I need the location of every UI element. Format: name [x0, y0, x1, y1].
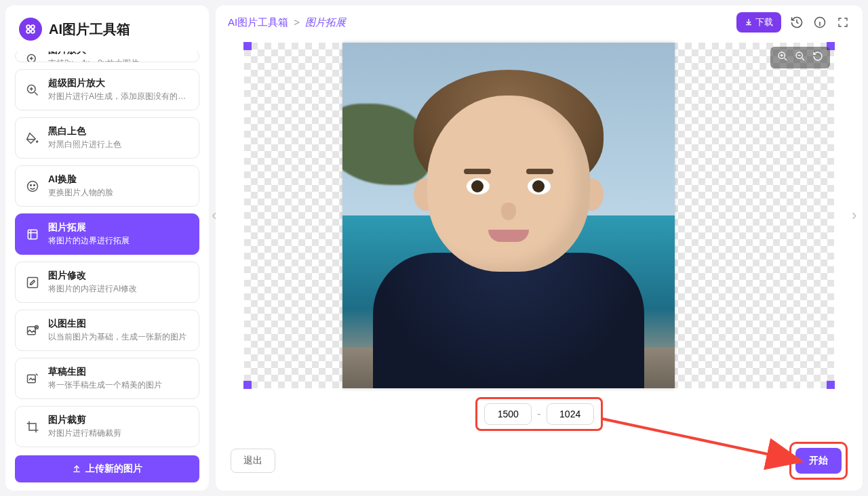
zoom-out-icon[interactable]	[795, 51, 806, 64]
canvas-area: ‹	[216, 39, 863, 392]
tool-desc: 将图片的边界进行拓展	[48, 235, 130, 247]
main-panel: AI图片工具箱 > 图片拓展 下载	[216, 5, 863, 491]
image-preview[interactable]	[342, 43, 675, 388]
height-input[interactable]	[547, 403, 594, 425]
width-input[interactable]	[484, 403, 532, 425]
reset-icon[interactable]	[812, 51, 823, 64]
tool-title: 以图生图	[48, 318, 186, 330]
exit-button[interactable]: 退出	[231, 449, 275, 473]
svg-point-2	[26, 30, 30, 33]
start-button-annotation: 开始	[789, 442, 848, 480]
start-button[interactable]: 开始	[795, 448, 842, 474]
canvas-frame[interactable]	[244, 43, 834, 388]
expand-icon	[25, 227, 40, 242]
tool-title: 图片放大	[48, 51, 139, 56]
upload-icon	[72, 463, 81, 475]
prev-image-icon[interactable]: ‹	[212, 207, 226, 224]
resize-handle-tl[interactable]	[243, 42, 252, 50]
tool-desc: 对图片进行精确裁剪	[48, 428, 121, 439]
sidebar-item-super-upscale[interactable]: 超级图片放大 对图片进行AI生成，添加原图没有的细节	[15, 69, 199, 110]
sidebar-item-outpaint[interactable]: 图片拓展 将图片的边界进行拓展	[15, 213, 199, 255]
dimensions-box-annotation: -	[475, 397, 602, 431]
svg-point-9	[34, 184, 35, 186]
svg-point-3	[31, 30, 35, 33]
tool-title: 超级图片放大	[48, 77, 189, 89]
upload-new-image-button[interactable]: 上传新的图片	[15, 455, 199, 482]
svg-point-8	[31, 184, 32, 186]
tool-desc: 将一张手稿生成一个精美的图片	[48, 379, 162, 391]
sidebar-item-sketch2img[interactable]: 草稿生图 将一张手稿生成一个精美的图片	[15, 358, 199, 399]
breadcrumb-root[interactable]: AI图片工具箱	[228, 16, 288, 28]
resize-handle-br[interactable]	[827, 381, 835, 389]
history-icon[interactable]	[789, 15, 804, 30]
tool-title: 图片裁剪	[48, 414, 121, 426]
sidebar-item-crop[interactable]: 图片裁剪 对图片进行精确裁剪	[15, 406, 199, 447]
breadcrumb: AI图片工具箱 > 图片拓展	[228, 16, 346, 29]
svg-rect-10	[28, 230, 37, 239]
edit-icon	[25, 275, 40, 290]
sidebar-item-colorize[interactable]: 黑白上色 对黑白照片进行上色	[15, 117, 199, 159]
tool-desc: 以当前图片为基础，生成一张新的图片	[48, 331, 186, 343]
svg-point-1	[31, 25, 35, 28]
download-icon	[745, 18, 753, 28]
topbar: AI图片工具箱 > 图片拓展 下载	[216, 5, 863, 39]
tool-desc: 更换图片人物的脸	[48, 187, 113, 199]
sidebar-item-upscale[interactable]: 图片放大 支持2x，4x，8x放大图片	[15, 51, 199, 62]
breadcrumb-separator: >	[294, 16, 300, 28]
download-label: 下载	[755, 16, 773, 28]
zoom-in-icon[interactable]	[777, 51, 788, 64]
zoom-in-icon	[25, 52, 40, 62]
resize-handle-bl[interactable]	[243, 381, 252, 389]
face-icon	[25, 179, 40, 194]
tool-desc: 支持2x，4x，8x放大图片	[48, 58, 139, 62]
sidebar-item-inpaint[interactable]: 图片修改 将图片的内容进行AI修改	[15, 262, 199, 303]
upload-label: 上传新的图片	[85, 463, 142, 475]
brand: AI图片工具箱	[15, 14, 199, 51]
sketch-icon	[25, 371, 40, 386]
tool-list: 图片放大 支持2x，4x，8x放大图片 超级图片放大 对图片进行AI生成，添加原…	[15, 51, 199, 447]
topbar-actions: 下载	[736, 12, 850, 33]
tool-title: AI换脸	[48, 173, 113, 186]
svg-point-6	[36, 140, 38, 142]
zoom-sparkle-icon	[25, 83, 40, 98]
tool-title: 图片修改	[48, 270, 137, 282]
crop-icon	[25, 419, 40, 434]
tool-desc: 对图片进行AI生成，添加原图没有的细节	[48, 91, 189, 102]
sidebar-item-face-swap[interactable]: AI换脸 更换图片人物的脸	[15, 165, 199, 207]
tool-desc: 将图片的内容进行AI修改	[48, 283, 137, 295]
brand-logo-icon	[19, 18, 42, 41]
tool-title: 草稿生图	[48, 366, 162, 378]
download-button[interactable]: 下载	[736, 12, 781, 33]
breadcrumb-current: 图片拓展	[305, 16, 346, 28]
zoom-controls	[770, 47, 830, 68]
brand-title: AI图片工具箱	[49, 20, 130, 39]
footer: 退出 开始	[216, 435, 863, 491]
tool-desc: 对黑白照片进行上色	[48, 139, 121, 150]
info-icon[interactable]	[812, 15, 827, 30]
tool-title: 黑白上色	[48, 125, 121, 138]
dimensions-separator: -	[537, 408, 540, 420]
image-plus-icon	[25, 323, 40, 338]
tool-title: 图片拓展	[48, 222, 130, 234]
dimensions-row: -	[216, 392, 863, 435]
sidebar: AI图片工具箱 图片放大 支持2x，4x，8x放大图片 超级图片放大 对图片进行…	[5, 5, 209, 491]
paint-bucket-icon	[25, 131, 40, 146]
svg-point-7	[28, 181, 38, 191]
next-image-icon[interactable]: ›	[852, 207, 867, 224]
svg-point-0	[26, 25, 30, 28]
svg-rect-11	[28, 277, 38, 287]
fullscreen-icon[interactable]	[835, 15, 850, 30]
sidebar-item-img2img[interactable]: 以图生图 以当前图片为基础，生成一张新的图片	[15, 310, 199, 351]
